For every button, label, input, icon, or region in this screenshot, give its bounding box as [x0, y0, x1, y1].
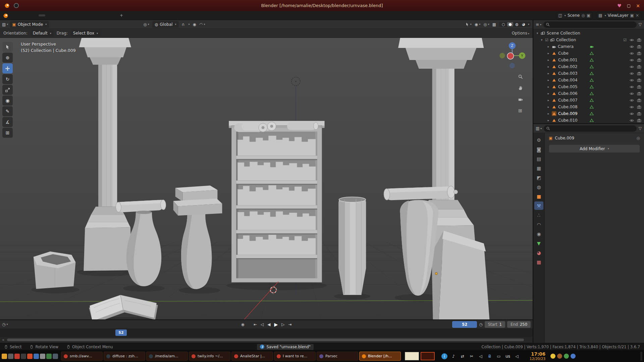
- menu-item[interactable]: [14, 15, 19, 16]
- outliner-object-row[interactable]: ▸ Cube.003: [533, 70, 644, 77]
- expand-icon[interactable]: ▾: [536, 32, 539, 35]
- timeline-editor-icon[interactable]: ◷▾: [2, 322, 8, 327]
- tray-clipboard[interactable]: ✂: [469, 353, 475, 359]
- workspace-tab[interactable]: [81, 14, 88, 16]
- mesh-data-icon[interactable]: [590, 98, 594, 102]
- properties-search[interactable]: [544, 125, 636, 132]
- outliner-search[interactable]: [543, 21, 637, 28]
- outliner-search-input[interactable]: [551, 22, 634, 27]
- end-frame-field[interactable]: End250: [507, 321, 531, 328]
- jump-start-button[interactable]: ⇤: [254, 322, 257, 327]
- measure-tool[interactable]: ∡: [2, 117, 13, 127]
- proportional-editing-icon[interactable]: ◉: [193, 22, 196, 27]
- prev-keyframe-button[interactable]: ◁: [261, 322, 264, 327]
- outliner-object-row[interactable]: ▸ Cube.005: [533, 83, 644, 90]
- disable-render-icon[interactable]: [637, 92, 641, 96]
- zoom-button[interactable]: [517, 73, 524, 80]
- snap-magnet-icon[interactable]: ∩: [182, 22, 185, 27]
- play-reverse-button[interactable]: ◀: [267, 322, 270, 327]
- taskbar-window-button[interactable]: smb://awv...: [61, 352, 103, 361]
- hide-eye-icon[interactable]: [630, 45, 634, 49]
- mesh-data-icon[interactable]: [590, 92, 594, 96]
- transform-tool[interactable]: ◉: [2, 96, 13, 106]
- hide-eye-icon[interactable]: [630, 51, 634, 56]
- select-box-tool[interactable]: [2, 42, 13, 52]
- expand-icon[interactable]: ▸: [547, 99, 550, 102]
- viewport-menu-item[interactable]: [65, 24, 69, 25]
- collection-checkbox[interactable]: ☑: [545, 38, 548, 42]
- mesh-data-icon[interactable]: [590, 78, 594, 82]
- pin-icon[interactable]: ◎: [637, 136, 640, 140]
- material-shading-button[interactable]: ◍: [514, 22, 520, 26]
- workspace-tab[interactable]: [95, 14, 102, 16]
- move-tool[interactable]: [2, 63, 13, 73]
- timeline-menu-item[interactable]: [14, 324, 19, 325]
- workspace-tab[interactable]: [46, 14, 52, 16]
- properties-search-input[interactable]: [552, 126, 634, 131]
- launcher-slate[interactable]: [53, 354, 58, 359]
- workspace-2[interactable]: [421, 352, 435, 360]
- new-scene-icon[interactable]: ▣: [587, 13, 590, 18]
- launcher-green[interactable]: [46, 354, 52, 359]
- mesh-data-icon[interactable]: [590, 105, 594, 109]
- perspective-toggle-button[interactable]: ⊞: [517, 107, 524, 114]
- expand-icon[interactable]: ▸: [547, 92, 550, 95]
- tab-object[interactable]: ■: [534, 192, 543, 200]
- keep-above-icon[interactable]: ♥: [617, 3, 622, 8]
- preview-range-icon[interactable]: ◷: [479, 322, 482, 327]
- mode-dropdown[interactable]: ▣ Object Mode▾: [10, 21, 49, 28]
- taskbar-window-button[interactable]: /media/am...: [146, 352, 188, 361]
- expand-icon[interactable]: ▸: [547, 112, 550, 115]
- scale-tool[interactable]: [2, 85, 13, 95]
- hide-eye-icon[interactable]: [630, 65, 634, 69]
- tab-render[interactable]: ◙: [534, 145, 543, 154]
- disable-render-icon[interactable]: [637, 78, 641, 82]
- mesh-data-icon[interactable]: [590, 71, 594, 75]
- outliner-object-row[interactable]: ▸ Cube.009: [533, 110, 644, 117]
- xray-toggle-icon[interactable]: ▩: [492, 22, 496, 27]
- clock[interactable]: 17:06 12/20/23: [530, 352, 545, 361]
- cursor-tool[interactable]: ⊕: [2, 53, 13, 63]
- blender-menu-icon[interactable]: [3, 13, 8, 18]
- tab-world[interactable]: ◍: [534, 183, 543, 191]
- next-keyframe-button[interactable]: ▷: [281, 322, 284, 327]
- mesh-data-icon[interactable]: [590, 118, 594, 122]
- tray-bluetooth[interactable]: Ƀ: [487, 353, 493, 359]
- outliner-object-row[interactable]: ▸ Cube.007: [533, 97, 644, 104]
- disable-render-icon[interactable]: [637, 112, 641, 116]
- auto-keying-button[interactable]: ◉: [241, 322, 244, 327]
- launcher-browser-blue[interactable]: [34, 354, 39, 359]
- taskbar-window-button[interactable]: diffuse : zsh...: [104, 352, 145, 361]
- launcher-browser-red[interactable]: [14, 354, 20, 359]
- disable-render-icon[interactable]: [637, 58, 641, 62]
- workspace-tab[interactable]: [39, 14, 45, 16]
- outliner-editor-icon[interactable]: ≡▾: [536, 22, 541, 27]
- disable-render-icon[interactable]: [637, 118, 641, 123]
- hide-eye-icon[interactable]: [630, 58, 634, 62]
- collection-row[interactable]: ▾ ☑ Collection ☑: [533, 37, 644, 43]
- mesh-data-icon[interactable]: [590, 85, 594, 89]
- pin-scene-icon[interactable]: ◎: [581, 13, 585, 18]
- wireframe-shading-button[interactable]: ○: [500, 22, 506, 26]
- viewlayer-selector[interactable]: ▤▾ ViewLayer ▣ ×: [596, 12, 641, 19]
- gizmos-toggle-icon[interactable]: ◉▾: [475, 22, 481, 27]
- outliner-object-row[interactable]: ▸ Cube.002: [533, 63, 644, 70]
- orientation-dropdown[interactable]: Default▾: [31, 30, 54, 37]
- launcher-mail[interactable]: [27, 354, 33, 359]
- workspace-tab[interactable]: [67, 14, 73, 16]
- launcher-marigold[interactable]: [2, 354, 7, 359]
- maximize-button[interactable]: ▢: [627, 3, 631, 8]
- tab-texture[interactable]: ▩: [534, 258, 543, 266]
- overlays-toggle-icon[interactable]: ◎▾: [483, 22, 489, 27]
- hide-eye-icon[interactable]: [630, 105, 634, 109]
- taskbar-window-button[interactable]: Parsec: [317, 352, 358, 361]
- outliner-object-row[interactable]: ▸ Cube.010: [533, 117, 644, 123]
- navigation-gizmo[interactable]: Z Y: [496, 40, 528, 71]
- taskbar-window-button[interactable]: Blender [/h...: [359, 352, 401, 361]
- outliner-object-row[interactable]: ▸ Cube.004: [533, 77, 644, 83]
- scene-collection-row[interactable]: ▾ Scene Collection: [533, 30, 644, 37]
- timeline-ruler[interactable]: 52: [0, 329, 533, 337]
- indicator-green[interactable]: [564, 354, 569, 359]
- jump-end-button[interactable]: ⇥: [288, 322, 291, 327]
- taskbar-window-button[interactable]: AnalieStar |...: [231, 352, 273, 361]
